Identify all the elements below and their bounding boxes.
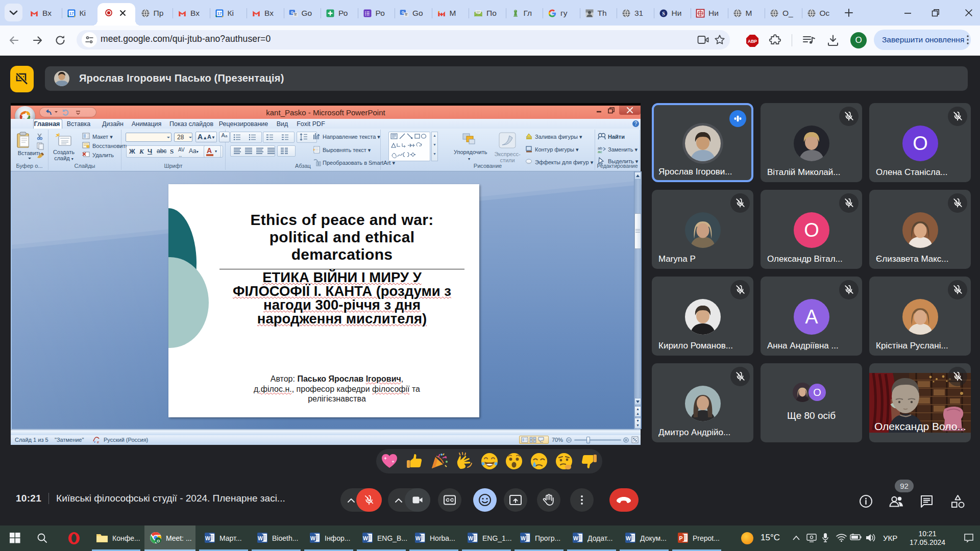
svg-text:G: G <box>402 11 404 14</box>
svg-text:W: W <box>415 535 421 541</box>
svg-text:W: W <box>258 535 263 541</box>
svg-text:W: W <box>310 535 315 541</box>
svg-text:G: G <box>290 11 293 14</box>
svg-text:P: P <box>679 535 682 541</box>
svg-text:ac: ac <box>598 149 602 153</box>
svg-text:W: W <box>205 535 210 541</box>
svg-text:17: 17 <box>217 11 222 16</box>
svg-text:W: W <box>626 535 631 541</box>
svg-text:17: 17 <box>69 11 74 16</box>
svg-text:O: O <box>157 539 160 543</box>
svg-text:S: S <box>662 11 665 16</box>
svg-text:ABP: ABP <box>748 39 757 44</box>
svg-text:W: W <box>468 535 473 541</box>
svg-text:W: W <box>521 535 526 541</box>
svg-text:W: W <box>573 535 578 541</box>
svg-text:W: W <box>363 535 368 541</box>
